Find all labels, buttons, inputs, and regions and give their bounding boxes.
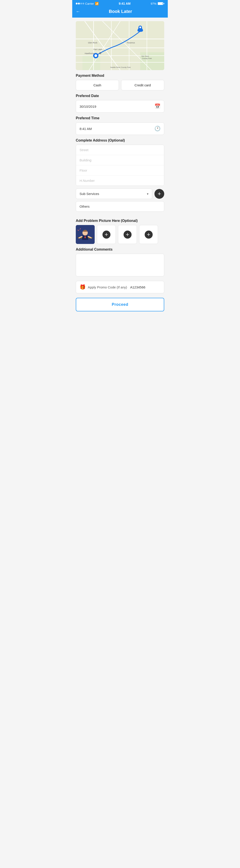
others-input[interactable] xyxy=(76,201,164,212)
map-background: ⚙ Glen Rock Fair Lawn Paramus Hawthorne … xyxy=(76,21,164,70)
preferred-time-field[interactable]: 8:41 AM 🕐 xyxy=(76,122,164,135)
promo-value: A1234566 xyxy=(130,285,145,289)
sub-services-dropdown[interactable]: Sub Services ▾ xyxy=(76,188,152,199)
svg-text:Hawthorne: Hawthorne xyxy=(85,52,95,55)
sub-services-row: Sub Services ▾ + xyxy=(76,188,164,199)
add-picture-label: Add Problem Picture Here (Optional) xyxy=(76,219,164,223)
wifi-icon: 📶 xyxy=(95,2,99,5)
map-svg: ⚙ Glen Rock Fair Lawn Paramus Hawthorne … xyxy=(76,21,164,70)
preferred-date-value: 30/10/2019 xyxy=(79,104,155,108)
map-container: ⚙ Glen Rock Fair Lawn Paramus Hawthorne … xyxy=(76,21,164,70)
svg-text:Van Saun: Van Saun xyxy=(141,55,149,57)
preferred-date-label: Prefered Date xyxy=(76,94,164,98)
svg-text:Paramus: Paramus xyxy=(127,42,135,44)
floor-input[interactable] xyxy=(76,165,164,176)
svg-text:Glen Rock: Glen Rock xyxy=(88,42,98,44)
calendar-icon: 📅 xyxy=(155,103,161,109)
status-bar: Carrier 📶 9:41 AM 97% xyxy=(72,0,168,6)
cash-button[interactable]: Cash xyxy=(76,80,119,90)
gift-icon: 🎁 xyxy=(79,284,85,290)
additional-comments-label: Additional Comments xyxy=(76,247,164,251)
add-picture-btn-1[interactable]: + xyxy=(97,225,116,244)
add-picture-btn-2[interactable]: + xyxy=(118,225,137,244)
status-right: 97% xyxy=(151,2,164,5)
picture-row: + + + xyxy=(76,225,164,244)
battery-indicator xyxy=(158,2,164,5)
plus-icon-2: + xyxy=(124,230,132,239)
preferred-date-field[interactable]: 30/10/2019 📅 xyxy=(76,100,164,113)
battery-percent: 97% xyxy=(151,2,157,5)
svg-point-18 xyxy=(139,27,141,28)
building-input[interactable] xyxy=(76,155,164,165)
main-content: Payment Method Cash Credit card Prefered… xyxy=(72,74,168,317)
additional-comments-input[interactable] xyxy=(76,254,164,276)
signal-strength xyxy=(76,3,84,4)
svg-point-15 xyxy=(95,54,97,57)
svg-text:Fair Lawn: Fair Lawn xyxy=(94,48,102,51)
promo-code-row[interactable]: 🎁 Apply Promo Code (If any) A1234566 xyxy=(76,281,164,293)
header: ← Book Later xyxy=(72,6,168,18)
address-box xyxy=(76,145,164,186)
payment-buttons-group: Cash Credit card xyxy=(76,80,164,90)
page-title: Book Later xyxy=(83,9,158,14)
hnumber-input[interactable] xyxy=(76,176,164,186)
payment-method-label: Payment Method xyxy=(76,74,164,78)
status-left: Carrier 📶 xyxy=(76,2,99,5)
svg-rect-1 xyxy=(140,52,164,70)
clock-icon: 🕐 xyxy=(155,126,161,131)
street-input[interactable] xyxy=(76,145,164,155)
credit-card-button[interactable]: Credit card xyxy=(121,80,164,90)
promo-label: Apply Promo Code (If any) xyxy=(88,285,127,289)
add-picture-btn-3[interactable]: + xyxy=(139,225,158,244)
svg-text:County Park: County Park xyxy=(142,57,152,59)
back-button[interactable]: ← xyxy=(76,9,80,14)
chevron-down-icon: ▾ xyxy=(147,192,148,196)
svg-text:Saddle River County Park: Saddle River County Park xyxy=(110,66,131,68)
svg-rect-2 xyxy=(82,56,100,70)
svg-text:⚙: ⚙ xyxy=(99,52,102,55)
sub-services-add-button[interactable]: + xyxy=(155,189,164,199)
sub-services-label: Sub Services xyxy=(79,192,99,196)
plus-icon-3: + xyxy=(145,230,153,239)
preferred-time-value: 8:41 AM xyxy=(79,127,155,131)
preferred-time-label: Prefered Time xyxy=(76,116,164,120)
proceed-button[interactable]: Proceed xyxy=(76,298,164,311)
status-time: 9:41 AM xyxy=(119,2,131,5)
plus-icon-1: + xyxy=(102,230,110,239)
address-label: Complete Address (Optional) xyxy=(76,138,164,143)
picture-thumbnail[interactable] xyxy=(76,225,95,244)
carrier-label: Carrier xyxy=(85,2,94,5)
